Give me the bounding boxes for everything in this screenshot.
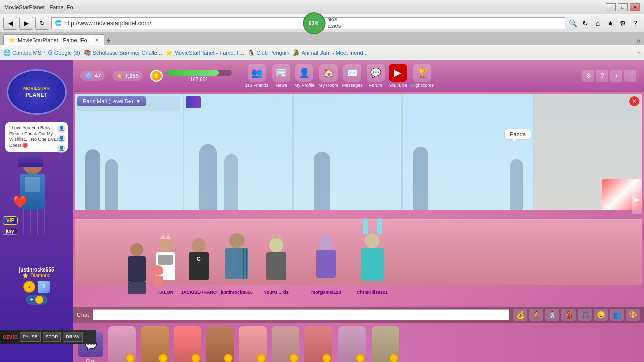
emote-action2[interactable]: 🕺 bbox=[545, 309, 559, 321]
refresh-button[interactable]: ↻ bbox=[35, 17, 49, 30]
emote-action4[interactable]: 🎵 bbox=[578, 309, 592, 321]
nav-friends[interactable]: 👥 316 Friends bbox=[245, 64, 269, 88]
character-talon[interactable]: TALON bbox=[153, 238, 178, 295]
scroll-right-button[interactable]: ▶ bbox=[632, 184, 642, 214]
char-figure-twin1love bbox=[239, 326, 267, 363]
music-button[interactable]: ♪ bbox=[610, 70, 622, 82]
active-tab[interactable]: ⭐ MovieStarPlanet - Fame, Fo... ✕ bbox=[3, 34, 104, 45]
chat-input[interactable] bbox=[93, 309, 509, 320]
store-panel-2 bbox=[184, 94, 293, 210]
xp-bar-container: 167,651 bbox=[167, 70, 232, 82]
url-text: http://www.moviestarplanet.com/ bbox=[64, 20, 151, 27]
tools-icon[interactable]: ⚙ bbox=[617, 18, 628, 29]
favorites-icon[interactable]: ★ bbox=[605, 18, 616, 29]
character-yourg[interactable]: YourG... ki1 bbox=[264, 238, 289, 295]
window-controls: ─ □ ✕ bbox=[606, 3, 640, 11]
bookmark-clubpenguin[interactable]: 🐧Club Penguin bbox=[247, 49, 289, 56]
minimize-button[interactable]: ─ bbox=[606, 3, 616, 11]
nav-news[interactable]: 📰 News bbox=[272, 64, 290, 88]
add-coin-button[interactable]: + bbox=[26, 295, 47, 305]
xp-fill bbox=[167, 70, 219, 76]
emote-action6[interactable]: 👥 bbox=[610, 309, 624, 321]
emote-action3[interactable]: 💃 bbox=[561, 309, 576, 321]
refresh-icon[interactable]: ↻ bbox=[580, 18, 591, 29]
bottom-char-livi3519[interactable]: livi3519 bbox=[206, 326, 234, 363]
diamond-icon: 💎 bbox=[38, 281, 50, 293]
char-figure-skullscnd bbox=[338, 326, 366, 363]
new-tab-button[interactable]: + bbox=[106, 36, 111, 45]
bookmarks-overflow[interactable]: » bbox=[638, 50, 641, 56]
emote-action7[interactable]: 🎨 bbox=[626, 309, 640, 321]
nav-myprofile[interactable]: 👤 My Profile bbox=[294, 64, 314, 88]
bottom-char-twin1love[interactable]: twin#1love bbox=[239, 326, 267, 363]
bottom-char-jessie[interactable]: Jessie Zha... bbox=[141, 326, 169, 363]
settings-button[interactable]: ⚙ bbox=[582, 70, 594, 82]
bottom-char-peoplelov[interactable]: people_lov... bbox=[304, 326, 332, 363]
gold-coin-peoplelov bbox=[322, 354, 331, 363]
bookmark-animaljam[interactable]: 🐊Animal Jam - Meet friend... bbox=[292, 49, 367, 56]
char-figure-jessie bbox=[141, 326, 169, 363]
close-button[interactable]: ✕ bbox=[630, 3, 640, 11]
search-icon[interactable]: 🔍 bbox=[567, 18, 578, 29]
fullscreen-button[interactable]: ⛶ bbox=[624, 70, 636, 82]
room-color-picker[interactable] bbox=[186, 96, 201, 108]
emote-action1[interactable]: 🧍 bbox=[529, 309, 543, 321]
nav-youtube[interactable]: ▶ YouTube bbox=[389, 64, 407, 88]
character-chriskillsss21[interactable]: ChrisKillsss21 bbox=[357, 233, 388, 295]
chat-bubble: I Love You You Baby! Please Check Out My… bbox=[5, 122, 68, 152]
friends-icon: 👥 bbox=[248, 64, 266, 82]
bottom-char-pink5672[interactable]: Pink5672 bbox=[174, 326, 201, 363]
nav-items-container: 👥 316 Friends 📰 News 👤 My Profile 🏠 My R… bbox=[245, 64, 434, 88]
username-label: justinrocks555 bbox=[2, 267, 71, 273]
room-selector[interactable]: Paris Mall (Level 5+) ▼ bbox=[77, 96, 146, 106]
chat-text: I Love You You Baby! Please Check Out My… bbox=[9, 125, 64, 149]
nav-highscores[interactable]: 🏆 Highscores bbox=[411, 64, 434, 88]
char-figure-jocie2525 bbox=[372, 326, 399, 363]
character-morganna123[interactable]: morganna123 bbox=[311, 236, 341, 295]
nav-myroom[interactable]: 🏠 My Room bbox=[318, 64, 338, 88]
home-icon[interactable]: ⌂ bbox=[592, 18, 603, 29]
character-killer[interactable]: killer bbox=[125, 243, 148, 295]
msp-logo: MOVIESTAR PLANET bbox=[7, 69, 67, 115]
nav-messages[interactable]: ✉️ Messages bbox=[342, 64, 363, 88]
tab-close-button[interactable]: ✕ bbox=[95, 37, 99, 43]
character-justinrocks555[interactable]: justinrocks555 bbox=[221, 233, 253, 295]
bookmark-canada-msp[interactable]: 🌐Canada MSP bbox=[3, 49, 45, 56]
gold-coin-pink5672 bbox=[191, 354, 200, 363]
gold-coin-jessie bbox=[158, 354, 168, 363]
bottom-char-jocie2525[interactable]: jocie2525 bbox=[372, 326, 399, 363]
upload-indicator: 63% bbox=[303, 12, 325, 34]
emote-action5[interactable]: 😊 bbox=[594, 309, 608, 321]
pet-figure bbox=[150, 265, 166, 286]
bottom-characters-bar: 💬 Chat lulubella12 Jessie Zha... bbox=[73, 323, 644, 362]
help-icon[interactable]: ? bbox=[630, 18, 641, 29]
character-jackiserrano[interactable]: G JACKISERRANO bbox=[181, 238, 217, 295]
chat-action-buttons: 💰 🧍 🕺 💃 🎵 😊 👥 🎨 bbox=[513, 309, 640, 321]
help-button[interactable]: ? bbox=[596, 70, 608, 82]
world-close-button[interactable]: ✕ bbox=[629, 96, 639, 106]
jury-badge: jury bbox=[3, 228, 17, 235]
bookmark-msp[interactable]: ⭐MovieStarPlanet - Fame, F... bbox=[165, 49, 244, 56]
ezvid-pause-button[interactable]: PAUSE bbox=[20, 332, 41, 342]
back-button[interactable]: ◀ bbox=[3, 17, 17, 30]
ezvid-stop-button[interactable]: STOP bbox=[43, 332, 61, 342]
chat-bubble-icon1: 👤 bbox=[57, 124, 66, 133]
bookmark-scholastic[interactable]: 📚Scholastic Summer Challe... bbox=[84, 49, 162, 56]
bookmark-google[interactable]: GGoogle (3) bbox=[48, 49, 80, 56]
store-panel-5 bbox=[534, 94, 642, 210]
forward-button[interactable]: ▶ bbox=[19, 17, 33, 30]
xp-progress-bar bbox=[167, 70, 232, 76]
gold-coin-jocie2525 bbox=[389, 354, 398, 363]
ezvid-draw-button[interactable]: DRAW bbox=[63, 332, 83, 342]
maximize-button[interactable]: □ bbox=[618, 3, 628, 11]
bottom-char-guitartwin[interactable]: guitartwin... bbox=[272, 326, 299, 363]
bottom-char-skullscnd[interactable]: Skullsc@nd... bbox=[337, 326, 367, 363]
gold-stat: ★ 7,055 bbox=[112, 71, 143, 81]
tab-overflow-button[interactable]: » bbox=[636, 36, 641, 45]
bottom-char-lulubella12[interactable]: lulubella12 bbox=[108, 326, 136, 363]
coin-icon: 💰 bbox=[23, 281, 35, 293]
nav-forum[interactable]: 💬 Forum bbox=[367, 64, 385, 88]
coin-action[interactable]: 💰 bbox=[513, 309, 527, 321]
left-sidebar: MOVIESTAR PLANET I Love You You Baby! Pl… bbox=[0, 60, 73, 362]
char-figure-pink5672 bbox=[174, 326, 201, 363]
